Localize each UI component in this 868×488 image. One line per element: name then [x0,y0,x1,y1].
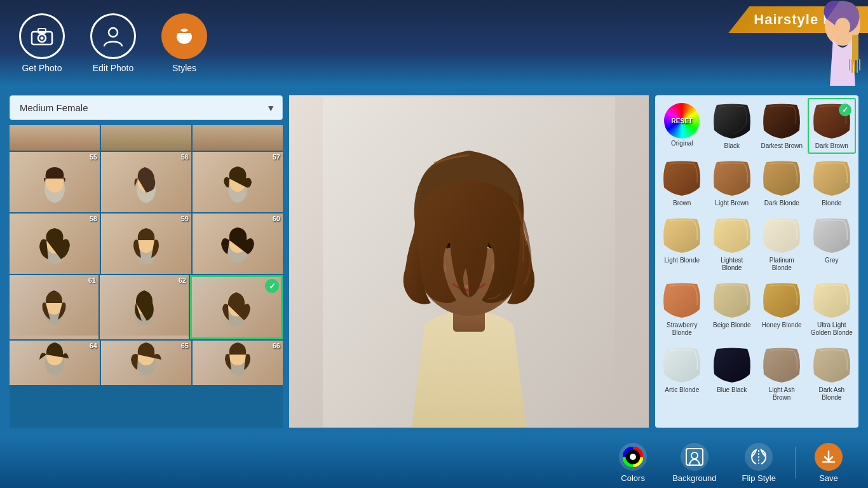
center-panel [289,95,649,428]
bottom-action-save[interactable]: Save [802,438,855,488]
svg-point-8 [835,18,850,36]
color-swatch-blonde [810,159,853,197]
color-item-lightest-blonde[interactable]: Lightest Blonde [708,212,757,276]
colors-icon [619,443,647,471]
svg-rect-11 [851,59,853,73]
color-label-light-brown: Light Brown [715,200,749,207]
color-label-strawberry-blonde: Strawberry Blonde [660,322,704,337]
color-item-black[interactable]: Black [708,98,757,154]
style-item-partial-2[interactable] [101,125,191,151]
color-label-beige-blonde: Beige Blonde [713,322,751,329]
background-icon [681,443,709,471]
nav-edit-photo-label: Edit Photo [93,63,134,73]
color-swatch-honey-blonde [760,281,803,319]
color-swatch-black [710,102,754,140]
style-item-62[interactable]: 62 [100,275,189,339]
color-item-platinum-blonde[interactable]: Platinum Blonde [757,212,806,276]
style-item-partial-1[interactable] [10,125,100,151]
color-swatch-grey [810,216,853,254]
bottom-bar: Colors Background Flip Style [0,437,868,488]
color-label-darkest-brown: Darkest Brown [761,142,803,150]
color-item-beige-blonde[interactable]: Beige Blonde [708,277,757,341]
nav-edit-photo[interactable]: Edit Photo [90,13,136,73]
comb-icon [846,35,865,73]
color-swatch-strawberry-blonde [660,281,703,319]
bottom-save-label: Save [819,473,838,483]
style-item-57[interactable]: 57 [193,152,283,212]
photo-display [289,95,649,428]
color-swatch-artic-blonde [660,346,703,384]
svg-rect-9 [852,35,858,60]
color-swatch-brown [660,159,703,197]
person-photo-svg [323,97,615,427]
flip-style-icon [745,443,773,471]
svg-rect-12 [854,59,855,72]
right-panel-colors: RESET Original Black [655,95,858,428]
svg-point-55 [691,452,698,459]
style-item-64[interactable]: 64 [10,341,100,385]
style-item-61[interactable]: 61 [10,275,98,339]
color-label-platinum-blonde: Platinum Blonde [760,257,804,272]
style-category-dropdown[interactable]: Medium Female Short Female Long Female S… [10,95,283,120]
color-item-light-ash-brown[interactable]: Light Ash Brown [757,342,806,405]
color-item-blonde[interactable]: Blonde [808,155,857,211]
color-swatch-blue-black [710,346,754,384]
styles-row-61-63: 61 62 [10,275,283,339]
color-item-dark-blonde[interactable]: Dark Blonde [757,155,806,211]
style-item-55[interactable]: 55 [10,152,100,212]
color-item-dark-ash-blonde[interactable]: Dark Ash Blonde [808,342,857,405]
color-swatch-lightest-blonde [710,216,754,254]
bottom-action-flip-style[interactable]: Flip Style [729,438,789,488]
svg-point-3 [41,36,44,39]
style-item-65[interactable]: 65 [101,341,191,385]
bottom-background-label: Background [672,473,716,483]
color-item-grey[interactable]: Grey [808,212,857,276]
color-item-brown[interactable]: Brown [658,155,707,211]
svg-rect-14 [859,59,860,71]
color-item-light-brown[interactable]: Light Brown [708,155,757,211]
selected-check-icon: ✓ [265,279,279,293]
color-item-dark-brown[interactable]: ✓ Dark Brown [808,98,857,154]
color-item-light-blonde[interactable]: Light Blonde [658,212,707,276]
nav-get-photo[interactable]: Get Photo [19,13,65,73]
nav-styles-label: Styles [172,63,196,73]
nav-styles[interactable]: Styles [161,13,207,73]
color-label-light-blonde: Light Blonde [664,257,700,264]
bottom-action-background[interactable]: Background [660,438,729,488]
style-item-56[interactable]: 56 [101,152,191,212]
person-icon [90,13,136,59]
style-item-60[interactable]: 60 [193,214,283,274]
styles-row-58-60: 58 59 [10,214,283,274]
style-item-66[interactable]: 66 [193,341,283,385]
color-swatch-dark-brown: ✓ [810,102,853,140]
styles-row-64-66: 64 65 [10,341,283,385]
color-swatch-platinum-blonde [760,216,803,254]
color-label-dark-ash-blonde: Dark Ash Blonde [810,386,854,402]
color-item-darkest-brown[interactable]: Darkest Brown [757,98,806,154]
svg-point-4 [109,28,118,37]
color-label-honey-blonde: Honey Blonde [762,322,802,329]
style-item-63[interactable]: ✓ [190,275,283,339]
camera-icon [19,13,65,59]
bottom-divider [795,447,796,478]
bottom-colors-label: Colors [621,473,645,483]
color-item-strawberry-blonde[interactable]: Strawberry Blonde [658,277,707,341]
color-swatch-dark-ash-blonde [810,346,853,384]
color-label-reset: Original [671,140,693,147]
color-label-blue-black: Blue Black [717,386,747,394]
style-item-59[interactable]: 59 [101,214,191,274]
svg-rect-10 [849,59,850,71]
style-item-partial-3[interactable] [193,125,283,151]
color-item-reset[interactable]: RESET Original [658,98,707,154]
color-item-artic-blonde[interactable]: Artic Blonde [658,342,707,405]
color-item-blue-black[interactable]: Blue Black [708,342,757,405]
header: Get Photo Edit Photo Styles Hairstyle PR… [0,0,868,86]
svg-rect-13 [857,59,858,73]
color-label-black: Black [724,142,740,150]
style-item-58[interactable]: 58 [10,214,100,274]
color-item-honey-blonde[interactable]: Honey Blonde [757,277,806,341]
color-item-ultra-light-golden-blonde[interactable]: Ultra Light Golden Blonde [808,277,857,341]
color-swatch-light-blonde [660,216,703,254]
bottom-action-colors[interactable]: Colors [606,438,660,488]
nav-get-photo-label: Get Photo [22,63,62,73]
